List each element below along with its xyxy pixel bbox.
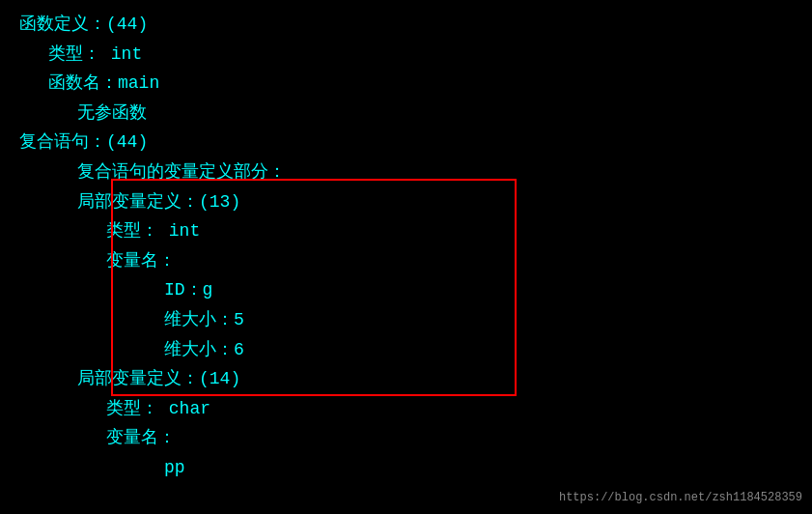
- line-14: 类型： char: [19, 394, 793, 424]
- line-1: 函数定义：(44): [19, 10, 793, 40]
- watermark: https://blog.csdn.net/zsh1184528359: [559, 491, 802, 504]
- line-11: 维大小：5: [19, 305, 793, 335]
- line-5: 复合语句：(44): [19, 128, 793, 157]
- line-9: 变量名：: [19, 246, 793, 276]
- main-content: 函数定义：(44) 类型： int 函数名：main 无参函数 复合语句：(44…: [0, 0, 812, 493]
- line-8: 类型： int: [19, 216, 793, 246]
- line-4: 无参函数: [19, 99, 793, 128]
- line-12: 维大小：6: [19, 335, 793, 365]
- line-13: 局部变量定义：(14): [19, 364, 793, 394]
- line-6: 复合语句的变量定义部分：: [19, 157, 793, 187]
- line-10: ID：g: [19, 275, 793, 305]
- line-16: pp: [19, 453, 793, 483]
- line-15: 变量名：: [19, 423, 793, 453]
- line-2: 类型： int: [19, 40, 793, 70]
- line-3: 函数名：main: [19, 69, 793, 99]
- line-7: 局部变量定义：(13): [19, 187, 793, 217]
